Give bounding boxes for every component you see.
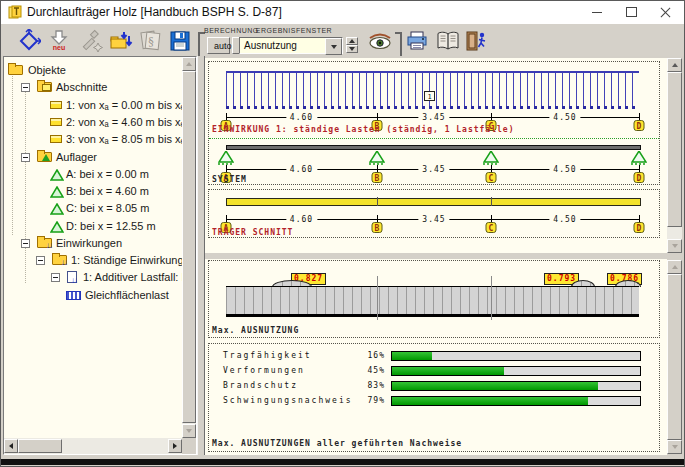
toolbar: neu § (1, 24, 684, 57)
section-cube-icon (50, 118, 62, 126)
close-icon (660, 7, 671, 18)
tree-item-label: 3: von xₐ = 8.05 m bis xₑ (66, 133, 182, 145)
area-load-icon (66, 291, 81, 300)
main-area: Objekte Abschnitte 1: von xₐ = 0.00 m bi… (1, 56, 685, 459)
tree-item-section-1[interactable]: 1: von xₐ = 0.00 m bis xₑ (4, 97, 182, 114)
scroll-down-button[interactable] (667, 440, 682, 454)
tree-item-section-3[interactable]: 3: von xₐ = 8.05 m bis xₑ (4, 131, 182, 148)
tree-item-objekte[interactable]: Objekte (4, 62, 182, 79)
tree-item-label: 1: Ständige Einwirkung: stä (71, 254, 182, 266)
scroll-down-button[interactable] (182, 424, 196, 438)
panel-splitter[interactable] (197, 56, 205, 455)
dimension-value: 3.45 (418, 165, 449, 174)
dimension-value: 4.50 (549, 113, 580, 122)
result-window-value: Ausnutzung (244, 40, 297, 51)
scrollbar-thumb[interactable] (182, 71, 196, 423)
navigator-button[interactable] (16, 27, 42, 54)
section-separator (209, 138, 659, 139)
eye-icon (367, 29, 393, 53)
exit-door-icon (464, 29, 490, 53)
printer-icon (405, 29, 429, 53)
support-reference-line (491, 276, 492, 320)
group-bracket-right (395, 32, 402, 58)
tree-item-additiver-lastfall[interactable]: 1: Additiver Lastfall: E (4, 269, 182, 286)
tree-item-support-d[interactable]: D: bei x = 12.55 m (4, 218, 182, 235)
scrollbar-corner (182, 438, 196, 454)
open-button[interactable] (108, 27, 134, 54)
svg-text:§: § (148, 35, 154, 48)
minimize-button[interactable] (580, 1, 614, 23)
floppy-disk-icon (169, 30, 191, 52)
object-tree-panel: Objekte Abschnitte 1: von xₐ = 0.00 m bi… (3, 56, 197, 455)
scrollbar-thumb[interactable] (667, 72, 682, 227)
bottom-result-scrollbar[interactable] (667, 260, 682, 454)
collapse-toggle[interactable] (21, 239, 30, 248)
tree-item-auflager[interactable]: Auflager (4, 149, 182, 166)
tool-button-disabled[interactable] (78, 27, 104, 54)
tree-item-staendige-einwirkung[interactable]: 1: Ständige Einwirkung: stä (4, 252, 182, 269)
paragraph-doc-icon: § (139, 29, 163, 53)
auto-button[interactable]: auto (207, 37, 230, 54)
folder-open-icon (109, 29, 133, 53)
manual-button[interactable] (435, 27, 461, 54)
dimension-value: 4.50 (549, 215, 580, 224)
save-button[interactable] (167, 27, 193, 54)
minimize-icon (592, 12, 602, 13)
scroll-down-button[interactable] (667, 239, 682, 253)
scroll-up-button[interactable] (182, 57, 196, 71)
print-button[interactable] (404, 27, 430, 54)
dimension-value: 4.50 (549, 165, 580, 174)
tree-item-einwirkungen[interactable]: Einwirkungen (4, 235, 182, 252)
collapse-toggle[interactable] (51, 273, 60, 282)
support-label: B (372, 172, 383, 183)
tree-item-label: 2: von xₐ = 4.60 m bis xₑ (66, 116, 182, 128)
nachweis-bar (391, 351, 641, 361)
result-window-select[interactable]: Ausnutzung (239, 37, 343, 54)
tree-item-support-a[interactable]: A: bei x = 0.00 m (4, 166, 182, 183)
support-label: D (634, 172, 645, 183)
folder-supports-icon (37, 152, 52, 162)
new-button[interactable]: neu (46, 27, 72, 54)
loadcase-page-icon (67, 271, 77, 283)
collapse-toggle[interactable] (21, 153, 30, 162)
maximize-button[interactable] (614, 1, 648, 23)
app-window: Durchlaufträger Holz [Handbuch BSPH S. D… (0, 0, 685, 467)
collapse-toggle[interactable] (36, 256, 45, 265)
scroll-up-button[interactable] (667, 260, 682, 274)
top-result-scrollbar[interactable] (667, 58, 682, 253)
view-button[interactable] (367, 27, 393, 54)
tree-item-support-c[interactable]: C: bei x = 8.05 m (4, 200, 182, 217)
book-icon (435, 29, 461, 53)
arrow-down-icon (186, 429, 192, 433)
support-reference-line (377, 276, 378, 320)
tree-horizontal-scrollbar[interactable] (4, 438, 182, 454)
collapse-toggle[interactable] (21, 83, 30, 92)
nachweis-percent: 83% (333, 381, 385, 390)
scroll-left-button[interactable] (4, 439, 18, 453)
arrow-right-icon (173, 443, 177, 449)
tree-item-abschnitte[interactable]: Abschnitte (4, 79, 182, 96)
tree-item-section-2[interactable]: 2: von xₐ = 4.60 m bis xₑ (4, 114, 182, 131)
scrollbar-thumb[interactable] (18, 439, 62, 453)
tree-item-gleichflaechenlast[interactable]: Gleichflächenlast (4, 287, 182, 304)
scroll-right-button[interactable] (168, 439, 182, 453)
nachweis-row: Verformungen45% (205, 366, 667, 376)
exit-button[interactable] (464, 27, 490, 54)
nachweis-row: Tragfähigkeit16% (205, 351, 667, 361)
scrollbar-thumb[interactable] (667, 274, 682, 440)
title-bar: Durchlaufträger Holz [Handbuch BSPH S. D… (1, 1, 684, 25)
traeger-beam (226, 198, 641, 206)
einwirkung-caption: EINWIRKUNG 1: ständige Lasten (ständig, … (212, 125, 514, 134)
stepper-down-button[interactable] (346, 45, 358, 53)
result-subwindow-divider (205, 253, 684, 259)
flowchart-icon (17, 29, 41, 53)
tree-item-support-b[interactable]: B: bei x = 4.60 m (4, 183, 182, 200)
combo-dropdown-button[interactable] (325, 38, 342, 55)
norm-button-disabled[interactable]: § (138, 27, 164, 54)
scroll-up-button[interactable] (667, 58, 682, 72)
stepper-up-button[interactable] (346, 37, 358, 45)
tree-vertical-scrollbar[interactable] (182, 57, 196, 438)
close-button[interactable] (648, 1, 682, 23)
nachweis-label: Brandschutz (223, 381, 298, 390)
ergebnisfenster-group-label: ERGEBNISFENSTER (241, 27, 347, 34)
